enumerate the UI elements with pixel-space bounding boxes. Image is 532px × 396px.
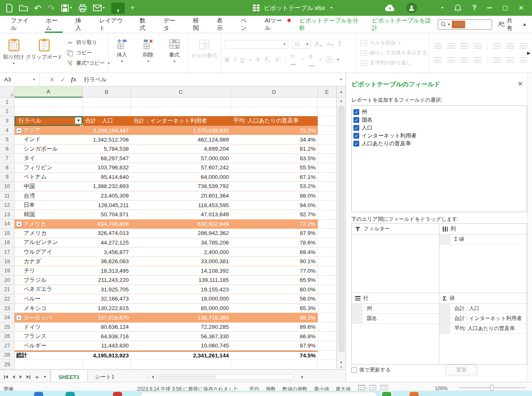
pivot-value-cell[interactable]: 56.0% [231,294,318,304]
column-header-A[interactable]: A [15,86,83,98]
pivot-value-cell[interactable]: 4,195,913,923 [83,351,131,360]
field-list-item[interactable]: ✓州 [353,108,525,116]
pivot-value-cell[interactable]: 3,456,877 [83,247,131,257]
pivot-value-cell[interactable]: 57,607,242 [131,163,231,173]
scroll-tabs-left-icon[interactable] [152,376,154,378]
pivot-value-cell[interactable]: 83.5% [231,154,318,163]
pivot-row-label[interactable]: カナダ [15,257,83,266]
page-layout-view-icon[interactable] [369,385,376,390]
field-list-item[interactable]: ✓人口あたりの普及率 [353,139,525,147]
scroll-tabs-right-icon[interactable] [302,376,304,378]
taskbar-app-icon[interactable] [409,392,419,396]
pivot-value-cell[interactable]: 5,784,538 [83,144,131,154]
empty-cell[interactable] [318,294,336,304]
field-list-item[interactable]: ✓国名 [353,116,525,124]
pivot-value-cell[interactable]: 4,699,204 [131,144,231,154]
pivot-value-cell[interactable]: 19,155,423 [131,285,231,295]
minimize-icon[interactable] [487,7,492,8]
add-sheet-button[interactable]: + [35,374,39,381]
fill-handle[interactable] [80,123,83,126]
field-checkbox[interactable]: ✓ [353,125,359,131]
pivot-row-label[interactable]: チリ [15,266,83,276]
pivot-value-cell[interactable]: 95,414,640 [83,173,131,182]
pivot-row-label[interactable]: 台湾 [15,191,83,201]
pivot-value-cell[interactable]: 67.1% [231,173,318,182]
pivot-header-cell[interactable]: 行ラベル [15,116,83,126]
tab-splitter-handle[interactable]: ⁞ [147,374,148,379]
pivot-value-cell[interactable]: 55.5% [231,163,318,173]
pivot-value-cell[interactable]: 72.2% [231,220,318,229]
menu-tab[interactable]: 挿入 [69,16,93,33]
filters-area[interactable]: フィルター [352,224,439,293]
pivot-value-cell[interactable]: 72.2% [231,126,318,135]
pivot-value-cell[interactable]: 157,018,670 [83,313,131,323]
pivot-value-cell[interactable]: 89.6% [231,323,318,332]
pivot-value-cell[interactable]: 92.7% [231,210,318,220]
field-chip[interactable]: 合計 : 人口 [439,304,527,314]
first-sheet-button[interactable] [4,375,8,379]
help-icon[interactable]: ? [472,4,476,12]
pivot-value-cell[interactable]: 44,272,125 [83,238,131,248]
insert-cells-button[interactable]: 挿入 [109,35,135,71]
copy-button[interactable]: コピー [67,49,110,56]
empty-cell[interactable] [231,107,318,117]
pivot-header-cell[interactable]: 合計：インターネット利用者 [131,116,231,126]
pivot-row-label[interactable]: ベトナム [15,173,83,182]
customize-quick-access-icon[interactable] [131,3,134,13]
row-header[interactable]: 27 [0,341,15,351]
empty-cell[interactable] [318,276,336,285]
row-header[interactable]: 21 [0,285,15,295]
pivot-row-label[interactable]: 日本 [15,200,83,210]
pivot-value-cell[interactable]: 138,718,360 [131,313,231,323]
format-cells-button[interactable]: 書式 [162,35,187,71]
pivot-row-label[interactable]: ウルグアイ [15,247,83,257]
cut-button[interactable]: ✂ 切り取り [67,39,110,46]
send-mail-icon[interactable] [93,3,105,13]
empty-cell[interactable] [15,360,83,369]
pivot-value-cell[interactable]: 2,400,000 [131,247,231,257]
field-chip[interactable]: 国名 [352,314,439,324]
comma-style-button[interactable]: , [111,2,125,14]
column-header-C[interactable]: C [131,86,231,98]
pivot-value-cell[interactable]: 87.9% [231,229,318,238]
new-document-icon[interactable] [6,3,13,13]
row-header[interactable]: 17 [0,247,15,257]
pivot-row-label[interactable]: 韓国 [15,210,83,220]
pivot-value-cell[interactable]: 85,000,000 [131,304,231,313]
pivot-row-label[interactable]: アジア [15,126,83,135]
collapse-group-button[interactable] [16,221,22,227]
pivot-row-label[interactable]: ベルギー [15,341,83,351]
empty-cell[interactable] [318,304,336,313]
field-list-item[interactable]: ✓人口 [353,124,525,132]
field-chip[interactable]: 合計 : インターネット利用者 [439,314,527,324]
pivot-value-cell[interactable]: 53.2% [231,182,318,191]
field-chip[interactable]: 平均: 人口あたりの普及率 [439,324,527,334]
field-checkbox[interactable]: ✓ [353,141,359,147]
update-button[interactable]: 更新 [445,364,478,375]
pivot-value-cell[interactable]: 32,166,473 [83,294,131,304]
empty-cell[interactable] [318,323,336,332]
pivot-value-cell[interactable]: 47,013,649 [131,210,231,220]
pivot-value-cell[interactable]: 14,108,392 [131,266,231,276]
format-painter-button[interactable]: 書式^コピー [67,60,110,67]
pivot-value-cell[interactable]: 86.8% [231,332,318,341]
row-header[interactable]: 16 [0,238,15,248]
pivot-value-cell[interactable]: 1,388,232,693 [83,182,131,191]
pivot-value-cell[interactable]: 10,060,745 [131,341,231,351]
pivot-value-cell[interactable]: 11,443,830 [83,341,131,351]
empty-cell[interactable] [318,126,336,135]
scroll-down-button[interactable]: ▼ [340,361,343,364]
expand-formula-bar-icon[interactable] [340,79,342,81]
close-window-icon[interactable]: ✕ [518,4,524,12]
pivot-value-cell[interactable]: 126,045,211 [83,200,131,210]
empty-cell[interactable] [318,351,336,360]
print-icon[interactable] [78,3,87,13]
menu-tab[interactable]: レイアウト [93,16,133,33]
row-header[interactable]: 25 [0,323,15,332]
pivot-value-cell[interactable]: 78.6% [231,238,318,248]
pivot-value-cell[interactable]: 88.0% [231,191,318,201]
empty-cell[interactable] [131,98,231,107]
taskbar-search-pill[interactable] [140,392,377,396]
row-header[interactable]: 14 [0,220,15,229]
row-header[interactable]: 2 [0,107,15,117]
